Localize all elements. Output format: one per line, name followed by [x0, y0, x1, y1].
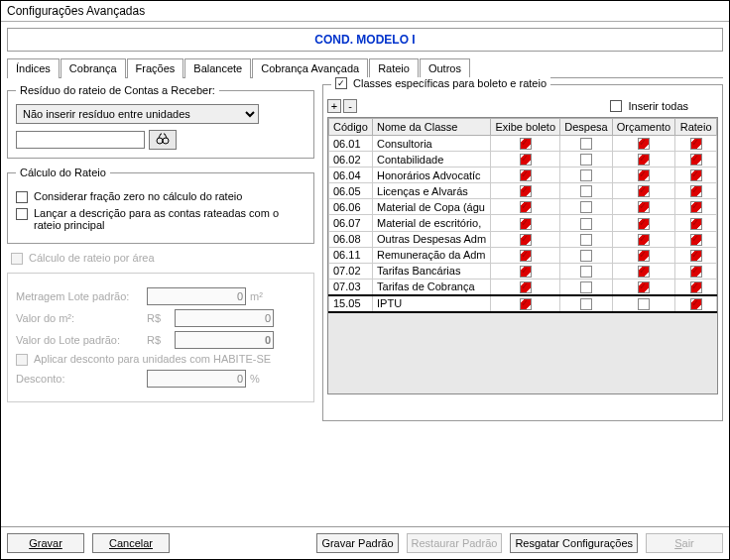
column-header[interactable]: Código: [329, 119, 373, 136]
calculo-area-checkbox: Cálculo de rateio por área: [11, 252, 310, 265]
resgatar-button[interactable]: Resgatar Configurações: [510, 533, 638, 553]
grid-checkbox-icon[interactable]: [580, 138, 592, 150]
grid-checkbox-icon[interactable]: [520, 138, 532, 150]
column-header[interactable]: Rateio: [675, 119, 717, 136]
valor-lote-input: [175, 331, 274, 349]
tab-outros[interactable]: Outros: [420, 58, 470, 78]
grid-checkbox-icon[interactable]: [580, 185, 592, 197]
column-header[interactable]: Nome da Classe: [373, 119, 491, 136]
footer: Gravar Cancelar Gravar Padrão Restaurar …: [1, 526, 729, 559]
grid-checkbox-icon[interactable]: [638, 218, 650, 230]
grid-checkbox-icon[interactable]: [520, 234, 532, 246]
tab-cobran-a[interactable]: Cobrança: [61, 58, 126, 78]
grid-checkbox-icon[interactable]: [520, 201, 532, 213]
classes-grid[interactable]: CódigoNome da ClasseExibe boletoDespesaO…: [327, 117, 718, 394]
column-header[interactable]: Orçamento: [612, 119, 674, 136]
grid-checkbox-icon[interactable]: [580, 201, 592, 213]
grid-checkbox-icon[interactable]: [690, 281, 702, 293]
valor-m2-label: Valor do m²:: [16, 312, 143, 324]
considerar-fracao-checkbox[interactable]: Considerar fração zero no cálculo do rat…: [16, 190, 305, 203]
inserir-todas-checkbox[interactable]: Inserir todas: [610, 100, 688, 112]
grid-checkbox-icon[interactable]: [638, 138, 650, 150]
grid-checkbox-icon[interactable]: [690, 266, 702, 278]
content: Resíduo do rateio de Contas a Receber: N…: [1, 78, 729, 427]
residuo-search-input[interactable]: [16, 131, 145, 149]
table-row[interactable]: 06.04Honorários Advocatíc: [329, 168, 717, 183]
grid-checkbox-icon[interactable]: [520, 218, 532, 230]
grid-checkbox-icon[interactable]: [520, 266, 532, 278]
grid-checkbox-icon[interactable]: [638, 250, 650, 262]
grid-checkbox-icon[interactable]: [690, 201, 702, 213]
valor-m2-input: [175, 309, 274, 327]
residuo-fieldset: Resíduo do rateio de Contas a Receber: N…: [7, 84, 314, 159]
table-row[interactable]: 06.07Material de escritório,: [329, 215, 717, 231]
grid-checkbox-icon[interactable]: [520, 250, 532, 262]
grid-checkbox-icon[interactable]: [638, 169, 650, 181]
table-row[interactable]: 15.05IPTU: [329, 295, 717, 312]
window-title: Configurações Avançadas: [1, 1, 729, 22]
grid-checkbox-icon[interactable]: [520, 154, 532, 166]
grid-checkbox-icon[interactable]: [638, 154, 650, 166]
grid-checkbox-icon[interactable]: [690, 298, 702, 310]
table-row[interactable]: 06.06Material de Copa (águ: [329, 199, 717, 215]
grid-checkbox-icon[interactable]: [580, 234, 592, 246]
grid-checkbox-icon[interactable]: [520, 281, 532, 293]
binoculars-button[interactable]: [149, 130, 177, 150]
grid-checkbox-icon[interactable]: [580, 250, 592, 262]
residuo-select[interactable]: Não inserir resíduo entre unidades: [16, 104, 259, 124]
checkbox-icon: [11, 253, 23, 265]
svg-point-0: [157, 138, 163, 144]
classes-legend: Classes específicas para boleto e rateio: [353, 77, 547, 89]
grid-checkbox-icon[interactable]: [690, 218, 702, 230]
grid-checkbox-icon[interactable]: [580, 281, 592, 293]
add-class-button[interactable]: +: [327, 99, 341, 113]
table-row[interactable]: 07.03Tarifas de Cobrança: [329, 279, 717, 295]
grid-checkbox-icon[interactable]: [690, 250, 702, 262]
grid-checkbox-icon[interactable]: [520, 185, 532, 197]
table-row[interactable]: 06.02Contabilidade: [329, 152, 717, 168]
table-row[interactable]: 06.11Remuneração da Adm: [329, 247, 717, 263]
table-row[interactable]: 06.01Consultoria: [329, 136, 717, 152]
remove-class-button[interactable]: -: [343, 99, 357, 113]
gravar-padrao-button[interactable]: Gravar Padrão: [316, 533, 398, 553]
grid-checkbox-icon[interactable]: [638, 201, 650, 213]
column-header[interactable]: Exibe boleto: [491, 119, 560, 136]
unit-m2: m²: [250, 290, 266, 302]
classes-enable-checkbox[interactable]: [335, 77, 347, 89]
tab-fra-es[interactable]: Frações: [127, 58, 184, 78]
grid-checkbox-icon[interactable]: [690, 234, 702, 246]
grid-checkbox-icon[interactable]: [580, 266, 592, 278]
column-header[interactable]: Despesa: [560, 119, 613, 136]
tab--ndices[interactable]: Índices: [7, 58, 60, 78]
table-row[interactable]: 06.05Licenças e Alvarás: [329, 183, 717, 199]
table-row[interactable]: 06.08Outras Despesas Adm: [329, 231, 717, 247]
grid-checkbox-icon[interactable]: [580, 154, 592, 166]
grid-checkbox-icon[interactable]: [690, 185, 702, 197]
desconto-label: Desconto:: [16, 373, 143, 385]
grid-checkbox-icon[interactable]: [580, 298, 592, 310]
grid-checkbox-icon[interactable]: [520, 169, 532, 181]
grid-checkbox-icon[interactable]: [638, 234, 650, 246]
grid-checkbox-icon[interactable]: [690, 169, 702, 181]
tab-balancete[interactable]: Balancete: [184, 58, 251, 78]
metragem-group: Metragem Lote padrão: m² Valor do m²: R$…: [7, 273, 314, 402]
calculo-fieldset: Cálculo do Rateio Considerar fração zero…: [7, 167, 314, 244]
cancelar-button[interactable]: Cancelar: [92, 533, 170, 553]
unit-percent: %: [250, 373, 266, 385]
grid-checkbox-icon[interactable]: [520, 298, 532, 310]
gravar-button[interactable]: Gravar: [7, 533, 84, 553]
grid-checkbox-icon[interactable]: [638, 281, 650, 293]
grid-checkbox-icon[interactable]: [580, 169, 592, 181]
grid-checkbox-icon[interactable]: [638, 298, 650, 310]
calculo-legend: Cálculo do Rateio: [16, 167, 110, 178]
considerar-fracao-label: Considerar fração zero no cálculo do rat…: [34, 190, 242, 202]
grid-checkbox-icon[interactable]: [690, 154, 702, 166]
grid-checkbox-icon[interactable]: [638, 185, 650, 197]
grid-checkbox-icon[interactable]: [690, 138, 702, 150]
grid-checkbox-icon[interactable]: [638, 266, 650, 278]
tab-cobran-a-avan-ada[interactable]: Cobrança Avançada: [252, 58, 368, 78]
lancar-descricao-checkbox[interactable]: Lançar a descrição para as contas ratead…: [16, 207, 305, 231]
table-row[interactable]: 07.02Tarifas Bancárias: [329, 263, 717, 279]
tab-rateio[interactable]: Rateio: [369, 58, 419, 78]
grid-checkbox-icon[interactable]: [580, 218, 592, 230]
